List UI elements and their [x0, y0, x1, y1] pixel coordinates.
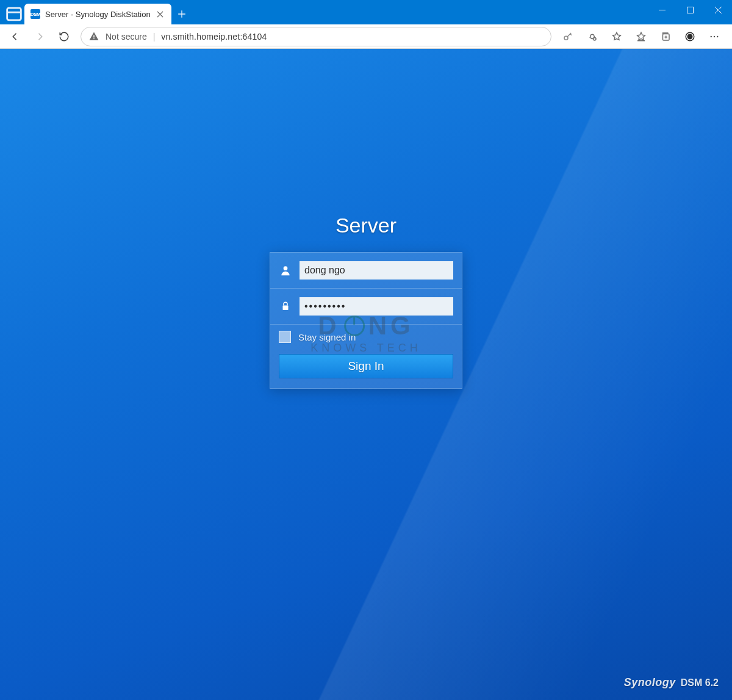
stay-signed-in-label: Stay signed in: [298, 332, 356, 342]
nav-forward-button[interactable]: [28, 26, 51, 47]
checkbox-box[interactable]: [279, 331, 291, 343]
brand-vendor: Synology: [624, 676, 676, 689]
new-tab-button[interactable]: [171, 4, 192, 24]
dsm-login-page: Server Stay signed in Sign In: [0, 49, 732, 700]
tab-title: Server - Synology DiskStation: [45, 10, 151, 19]
window-minimize-button[interactable]: [648, 0, 676, 20]
window-maximize-button[interactable]: [676, 0, 704, 20]
svg-rect-0: [7, 8, 21, 20]
svg-point-6: [594, 37, 597, 40]
svg-point-14: [284, 266, 288, 270]
actions-row: Stay signed in Sign In: [270, 325, 462, 388]
sign-in-button[interactable]: Sign In: [279, 354, 453, 378]
profile-icon[interactable]: [678, 26, 702, 47]
brand-product: DSM 6.2: [681, 677, 719, 688]
browser-tab-active[interactable]: DSM Server - Synology DiskStation: [24, 4, 171, 24]
user-icon: [279, 264, 292, 276]
stay-signed-in-checkbox[interactable]: Stay signed in: [279, 331, 453, 343]
username-row: [270, 253, 462, 289]
address-separator: |: [153, 32, 156, 41]
window-controls: [648, 0, 732, 20]
brand-footer: Synology DSM 6.2: [624, 676, 719, 689]
window-titlebar: DSM Server - Synology DiskStation: [0, 0, 732, 24]
svg-point-12: [714, 35, 715, 37]
collections-icon[interactable]: [654, 26, 677, 47]
svg-rect-3: [93, 35, 95, 37]
address-bar[interactable]: Not secure | vn.smith.homeip.net:64104: [81, 27, 551, 46]
username-input[interactable]: [300, 261, 453, 280]
favicon-dsm: DSM: [30, 9, 40, 19]
svg-point-10: [687, 34, 692, 39]
settings-more-icon[interactable]: [703, 26, 726, 47]
password-input[interactable]: [300, 297, 453, 316]
address-url: vn.smith.homeip.net:64104: [161, 32, 267, 41]
password-key-icon[interactable]: [556, 26, 580, 47]
window-close-button[interactable]: [704, 0, 732, 20]
svg-rect-2: [687, 7, 693, 13]
browser-toolbar: Not secure | vn.smith.homeip.net:64104: [0, 24, 732, 49]
svg-point-13: [717, 35, 718, 37]
favorites-star-icon[interactable]: [605, 26, 628, 47]
security-label: Not secure: [106, 32, 147, 41]
tab-strip: DSM Server - Synology DiskStation: [0, 0, 192, 24]
tab-actions-icon[interactable]: [4, 4, 24, 24]
login-panel: Stay signed in Sign In: [270, 252, 462, 389]
password-row: [270, 289, 462, 325]
login-container: Server Stay signed in Sign In: [270, 214, 462, 389]
tracking-prevention-icon[interactable]: [581, 26, 604, 47]
favorites-list-icon[interactable]: [630, 26, 653, 47]
not-secure-warning-icon: [88, 31, 99, 42]
nav-back-button[interactable]: [4, 26, 27, 47]
tab-close-icon[interactable]: [156, 9, 165, 19]
svg-rect-15: [283, 306, 289, 311]
svg-point-11: [711, 35, 712, 37]
nav-refresh-button[interactable]: [52, 26, 76, 47]
svg-rect-4: [93, 38, 95, 39]
login-title: Server: [270, 214, 462, 237]
svg-point-5: [564, 36, 568, 40]
lock-icon: [279, 301, 292, 312]
